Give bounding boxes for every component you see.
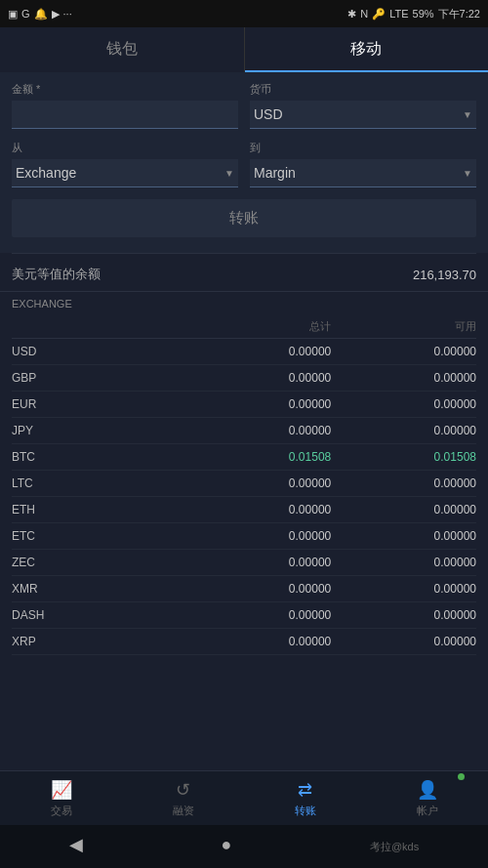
status-left-icons: ▣ G 🔔 ▶ ··· [8,8,72,21]
row-total: 0.00000 [186,608,332,622]
currency-select[interactable]: USD ▼ [250,101,476,129]
nav-label-trade: 交易 [51,804,72,818]
row-total: 0.00000 [186,582,332,596]
row-total: 0.00000 [186,556,332,569]
currency-label: 货币 [250,82,476,97]
from-label: 从 [12,141,238,155]
row-currency: JPY [12,424,186,437]
table-header: 总计 可用 [12,311,476,339]
nav-item-trade[interactable]: 📈 交易 [0,771,122,825]
table-row: DASH0.000000.00000 [12,602,476,629]
to-label: 到 [250,141,476,155]
balance-label: 美元等值的余额 [12,266,101,283]
row-total: 0.00000 [186,529,332,543]
row-total: 0.00000 [186,476,332,490]
row-total: 0.00000 [186,424,332,437]
to-select[interactable]: Margin ▼ [250,159,476,187]
row-available: 0.00000 [331,345,476,358]
row-available: 0.01508 [331,450,476,464]
row-currency: ETC [12,529,186,543]
bell-icon: 🔔 [34,8,48,21]
row-total: 0.00000 [186,397,332,411]
table-section: EXCHANGE 总计 可用 USD0.000000.00000GBP0.000… [0,292,488,814]
transfer-button[interactable]: 转账 [12,199,476,237]
row-available: 0.00000 [331,556,476,569]
online-dot [458,773,465,780]
row-currency: LTC [12,476,186,490]
row-available: 0.00000 [331,397,476,411]
form-row-1: 金额 * 货币 USD ▼ [12,82,476,129]
table-row: LTC0.000000.00000 [12,471,476,497]
app-icon: ▣ [8,8,18,21]
amount-group: 金额 * [12,82,238,129]
row-available: 0.00000 [331,582,476,596]
row-currency: EUR [12,397,186,411]
nfc-icon: N [360,8,368,20]
table-row: USD0.000000.00000 [12,339,476,365]
table-row: JPY0.000000.00000 [12,418,476,444]
nav-item-transfer[interactable]: ⇄ 转账 [244,771,366,825]
android-nav-bar: ◀ ● 考拉@kds [0,825,488,868]
row-available: 0.00000 [331,476,476,490]
nav-item-finance[interactable]: ↺ 融资 [122,771,244,825]
finance-icon: ↺ [176,779,190,801]
dots: ··· [63,8,72,20]
currency-value: USD [254,106,463,122]
bottom-nav: 📈 交易 ↺ 融资 ⇄ 转账 👤 帐户 [0,770,488,825]
table-body: USD0.000000.00000GBP0.000000.00000EUR0.0… [12,339,476,655]
to-value: Margin [254,165,463,181]
row-available: 0.00000 [331,424,476,437]
row-currency: USD [12,345,186,358]
row-currency: DASH [12,608,186,622]
table-row: ETH0.000000.00000 [12,497,476,523]
nav-label-account: 帐户 [417,804,438,818]
balance-value: 216,193.70 [413,268,476,282]
row-currency: BTC [12,450,186,464]
currency-arrow-icon: ▼ [463,109,472,120]
to-group: 到 Margin ▼ [250,141,476,187]
row-available: 0.00000 [331,529,476,543]
to-arrow-icon: ▼ [463,168,472,179]
exchange-section-label: EXCHANGE [12,292,476,311]
currency-group: 货币 USD ▼ [250,82,476,129]
nav-label-transfer: 转账 [295,804,316,818]
time: 下午7:22 [438,7,480,21]
tab-wallet[interactable]: 钱包 [0,27,245,72]
row-available: 0.00000 [331,608,476,622]
key-icon: 🔑 [372,8,386,21]
from-select[interactable]: Exchange ▼ [12,159,238,187]
row-total: 0.00000 [186,345,332,358]
row-total: 0.01508 [186,450,332,464]
tab-move[interactable]: 移动 [245,27,489,72]
table-row: ZEC0.000000.00000 [12,550,476,576]
amount-label: 金额 * [12,82,238,97]
g-icon: G [21,8,30,20]
amount-input[interactable] [12,101,238,129]
row-total: 0.00000 [186,635,332,648]
table-row: XRP0.000000.00000 [12,629,476,655]
back-button[interactable]: ◀ [69,834,83,855]
row-available: 0.00000 [331,503,476,517]
header-name [12,319,186,334]
row-total: 0.00000 [186,503,332,517]
lte-icon: LTE [389,8,408,20]
form-row-2: 从 Exchange ▼ 到 Margin ▼ [12,141,476,187]
row-available: 0.00000 [331,635,476,648]
from-group: 从 Exchange ▼ [12,141,238,187]
recents-button[interactable]: 考拉@kds [370,835,419,855]
header-available: 可用 [331,319,476,334]
row-total: 0.00000 [186,371,332,385]
header-total: 总计 [186,319,332,334]
form-area: 金额 * 货币 USD ▼ 从 Exchange ▼ 到 Margin ▼ [0,72,488,253]
row-available: 0.00000 [331,371,476,385]
row-currency: GBP [12,371,186,385]
home-button[interactable]: ● [221,835,231,855]
row-currency: XMR [12,582,186,596]
trade-icon: 📈 [51,779,72,801]
footer-text: 考拉@kds [370,841,419,852]
transfer-icon: ⇄ [298,779,312,801]
row-currency: ETH [12,503,186,517]
nav-item-account[interactable]: 👤 帐户 [366,771,488,825]
top-tab-bar: 钱包 移动 [0,27,488,72]
from-arrow-icon: ▼ [224,168,234,179]
